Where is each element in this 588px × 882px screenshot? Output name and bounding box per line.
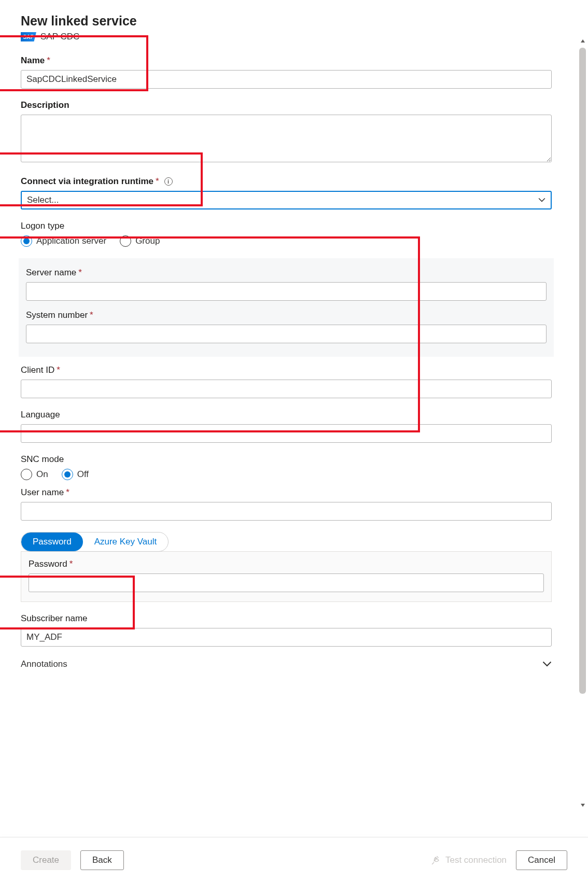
snc-on-option[interactable]: On — [21, 469, 48, 480]
logon-type-group-option[interactable]: Group — [120, 235, 160, 247]
name-label-text: Name — [21, 55, 45, 66]
language-input[interactable] — [21, 424, 552, 443]
snc-off-label: Off — [77, 469, 89, 480]
radio-selected-icon — [21, 235, 32, 247]
name-input[interactable] — [21, 70, 552, 89]
logon-type-group-label: Group — [135, 236, 160, 246]
system-number-input[interactable] — [26, 325, 547, 343]
footer-separator — [0, 837, 588, 837]
footer-right: Test connection Cancel — [431, 850, 567, 870]
footer-bar: Create Back Test connection Cancel — [0, 838, 588, 882]
logon-type-app-server-label: Application server — [36, 236, 106, 246]
user-name-input[interactable] — [21, 502, 552, 521]
name-label: Name * — [21, 55, 552, 66]
required-indicator: * — [47, 55, 50, 66]
password-panel: Password * — [21, 551, 552, 602]
snc-on-label: On — [36, 469, 48, 480]
annotations-label: Annotations — [21, 659, 67, 669]
runtime-label: Connect via integration runtime * i — [21, 176, 552, 187]
scrollbar-track[interactable] — [579, 48, 586, 694]
password-pill[interactable]: Password — [21, 533, 83, 551]
required-indicator: * — [57, 365, 60, 375]
system-number-label-text: System number — [26, 310, 88, 320]
snc-off-option[interactable]: Off — [62, 469, 89, 480]
password-source-block: Password Azure Key Vault Password * — [21, 532, 552, 602]
snc-mode-block: SNC mode On Off — [21, 454, 552, 480]
name-field-block: Name * — [21, 55, 552, 89]
logon-type-radio-group: Application server Group — [21, 235, 552, 247]
subscriber-name-block: Subscriber name — [21, 613, 552, 647]
server-subpanel: Server name * System number * — [19, 258, 554, 357]
client-id-label: Client ID * — [21, 365, 552, 375]
description-label: Description — [21, 100, 552, 110]
radio-unselected-icon — [120, 235, 131, 247]
password-input[interactable] — [29, 573, 544, 592]
chevron-down-icon — [542, 660, 552, 669]
logon-type-block: Logon type Application server Group — [21, 221, 552, 247]
cancel-button[interactable]: Cancel — [516, 850, 567, 870]
password-label-text: Password — [29, 559, 67, 569]
description-textarea[interactable] — [21, 115, 552, 162]
info-icon[interactable]: i — [164, 177, 173, 186]
snc-mode-label: SNC mode — [21, 454, 552, 465]
radio-selected-icon — [62, 469, 73, 480]
required-indicator: * — [78, 268, 82, 278]
server-name-block: Server name * — [26, 268, 547, 301]
language-block: Language — [21, 410, 552, 443]
password-source-toggle: Password Azure Key Vault — [21, 532, 169, 552]
akv-pill[interactable]: Azure Key Vault — [83, 533, 169, 551]
annotations-row[interactable]: Annotations — [21, 659, 552, 669]
runtime-placeholder: Select... — [27, 195, 59, 205]
runtime-field-block: Connect via integration runtime * i Sele… — [21, 176, 552, 209]
user-name-label-text: User name — [21, 487, 64, 498]
runtime-label-text: Connect via integration runtime — [21, 176, 153, 187]
user-name-label: User name * — [21, 487, 552, 498]
server-name-label: Server name * — [26, 268, 547, 278]
scrollbar-thumb[interactable] — [579, 48, 586, 694]
scroll-up-arrow-icon[interactable] — [578, 36, 587, 45]
test-connection-label: Test connection — [445, 855, 507, 865]
required-indicator: * — [90, 310, 93, 320]
server-name-label-text: Server name — [26, 268, 76, 278]
sap-logo-icon: SAP — [21, 32, 36, 41]
plug-icon — [431, 855, 441, 865]
page-title: New linked service — [21, 13, 552, 29]
back-button[interactable]: Back — [80, 850, 124, 870]
connector-name: SAP CDC — [40, 32, 79, 42]
logon-type-label: Logon type — [21, 221, 552, 231]
client-id-block: Client ID * — [21, 365, 552, 398]
logon-type-app-server-option[interactable]: Application server — [21, 235, 106, 247]
form-scroll-area[interactable]: New linked service SAP SAP CDC Name * De… — [0, 0, 572, 806]
runtime-select[interactable]: Select... — [21, 191, 552, 209]
subscriber-name-label: Subscriber name — [21, 613, 552, 624]
create-button[interactable]: Create — [21, 850, 71, 870]
password-label: Password * — [29, 559, 544, 569]
client-id-input[interactable] — [21, 380, 552, 398]
system-number-label: System number * — [26, 310, 547, 320]
client-id-label-text: Client ID — [21, 365, 54, 375]
server-name-input[interactable] — [26, 282, 547, 301]
connector-row: SAP SAP CDC — [21, 32, 552, 42]
user-name-block: User name * — [21, 487, 552, 521]
required-indicator: * — [66, 487, 69, 498]
language-label: Language — [21, 410, 552, 420]
description-field-block: Description — [21, 100, 552, 165]
system-number-block: System number * — [26, 310, 547, 343]
test-connection-button[interactable]: Test connection — [431, 855, 507, 865]
chevron-down-icon — [538, 197, 545, 204]
subscriber-name-input[interactable] — [21, 628, 552, 647]
radio-unselected-icon — [21, 469, 32, 480]
required-indicator: * — [156, 176, 159, 187]
required-indicator: * — [69, 559, 73, 569]
footer-left: Create Back — [21, 850, 124, 870]
scroll-down-arrow-icon[interactable] — [578, 801, 587, 809]
snc-mode-radio-group: On Off — [21, 469, 552, 480]
